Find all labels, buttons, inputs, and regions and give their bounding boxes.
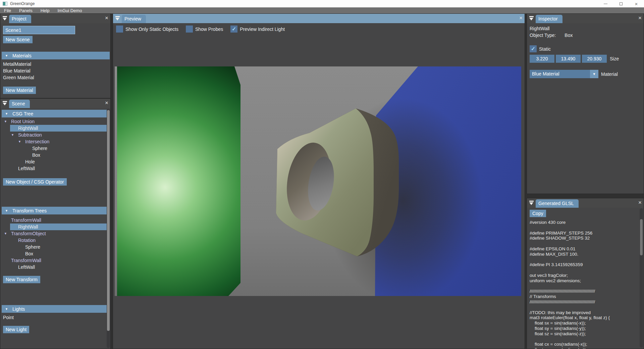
code-line: float cx = cos(radians(-x)); <box>530 342 637 347</box>
transform-trees-header[interactable]: ▼ Transform Trees <box>2 207 107 214</box>
close-button[interactable]: × <box>629 0 644 7</box>
materials-list: MetalMaterialBlue MaterialGreen Material <box>0 61 108 81</box>
tree-item-transformwall[interactable]: TransformWall <box>0 217 107 223</box>
scrollbar-thumb[interactable] <box>640 219 643 255</box>
csg-tree-header[interactable]: ▼ CSG Tree <box>2 110 107 117</box>
lights-list: Point <box>0 314 106 321</box>
tab-preview[interactable]: Preview <box>122 15 146 23</box>
scene-name-input[interactable] <box>3 26 75 34</box>
tree-item-root-union[interactable]: ▼Root Union <box>0 118 107 125</box>
checkmark-icon: ✓ <box>531 46 535 52</box>
material-combo[interactable]: Blue Material ▼ <box>530 70 598 78</box>
dock-area: Project × New Scene ▼ Materials MetalMat… <box>0 13 644 349</box>
tree-item-box[interactable]: Box <box>0 152 107 158</box>
static-checkbox[interactable]: ✓ <box>530 45 537 52</box>
glsl-titlebar: Generated GLSL × <box>527 198 644 208</box>
scrollbar-thumb[interactable] <box>107 110 110 331</box>
copy-button[interactable]: Copy <box>530 210 546 217</box>
tree-item-rightwall[interactable]: RightWall <box>0 125 107 132</box>
tree-item-intersection[interactable]: ▼Intersection <box>0 138 107 145</box>
close-icon[interactable]: × <box>105 100 108 106</box>
checkbox-show-probes[interactable]: Show Probes <box>186 26 223 33</box>
new-light-button[interactable]: New Light <box>3 326 29 333</box>
close-icon[interactable]: × <box>519 15 523 21</box>
collapse-icon[interactable] <box>529 201 534 205</box>
code-line: float sy = sin(radians(-y)); <box>530 326 637 331</box>
tab-inspector[interactable]: Inspector <box>536 15 562 23</box>
inspector-titlebar: Inspector × <box>527 14 644 23</box>
restore-icon <box>620 2 623 5</box>
close-icon[interactable]: × <box>638 199 642 206</box>
glsl-panel: Generated GLSL × Copy #version 430 core … <box>527 198 644 349</box>
chevron-down-icon: ▼ <box>4 118 7 125</box>
menu-item-help[interactable]: Help <box>37 7 54 13</box>
static-label: Static <box>539 46 551 52</box>
materials-header[interactable]: ▼ Materials <box>2 52 110 59</box>
chevron-down-icon[interactable]: ▼ <box>590 70 598 78</box>
lights-header[interactable]: ▼ Lights <box>2 305 107 313</box>
scene-titlebar: Scene × <box>0 99 110 108</box>
code-line: ////////////////////////////////////////… <box>530 299 637 305</box>
collapse-icon[interactable] <box>3 16 7 21</box>
restore-button[interactable] <box>613 0 629 7</box>
light-item[interactable]: Point <box>0 314 106 321</box>
material-item[interactable]: Blue Material <box>0 67 108 74</box>
tree-item-rightwall[interactable]: RightWall <box>0 223 107 230</box>
menubar: FilePanelsHelpImGui Demo <box>0 7 644 13</box>
tree-item-leftwall[interactable]: LeftWall <box>0 264 107 270</box>
size-x-field[interactable]: 3.220 <box>530 55 554 63</box>
code-line <box>530 305 637 310</box>
chevron-down-icon: ▼ <box>18 138 21 145</box>
minimize-button[interactable] <box>598 0 613 7</box>
new-transform-button[interactable]: New Transform <box>3 276 40 283</box>
object-name: RightWall <box>530 26 549 31</box>
preview-titlebar: Preview × <box>113 14 525 23</box>
new-object-button[interactable]: New Object / CSG Operator <box>3 178 67 186</box>
tree-item-subtraction[interactable]: ▼Subtraction <box>0 132 107 138</box>
close-icon[interactable]: × <box>105 15 108 21</box>
new-scene-button[interactable]: New Scene <box>3 36 33 43</box>
code-line: #define SHADOW_STEPS 32 <box>530 236 637 241</box>
collapse-icon[interactable] <box>3 101 7 106</box>
code-line: //TODO: this may be improved <box>530 310 637 315</box>
tab-project[interactable]: Project <box>9 15 31 23</box>
tree-item-sphere[interactable]: Sphere <box>0 145 107 152</box>
code-line: #define MAX_DIST 100. <box>530 252 637 257</box>
collapse-icon[interactable] <box>115 16 120 21</box>
close-icon: × <box>635 1 638 6</box>
size-z-field[interactable]: 20.930 <box>582 55 607 63</box>
code-line: float cy = cos(radians(-y)); <box>530 347 637 349</box>
tree-item-hole[interactable]: Hole <box>0 158 107 165</box>
checkbox-box[interactable] <box>186 26 193 33</box>
tab-generated-glsl[interactable]: Generated GLSL <box>536 199 579 208</box>
viewport-3d[interactable] <box>115 66 521 296</box>
tree-item-box[interactable]: Box <box>0 250 107 257</box>
new-material-button[interactable]: New Material <box>3 87 36 94</box>
tree-item-transformobject[interactable]: ▼TransformObject <box>0 230 107 237</box>
menu-item-file[interactable]: File <box>0 7 15 13</box>
scrollbar-track[interactable] <box>107 109 110 348</box>
checkbox-box[interactable] <box>116 26 123 33</box>
tree-item-sphere[interactable]: Sphere <box>0 244 107 250</box>
close-icon[interactable]: × <box>638 15 642 21</box>
checkbox-preview-indirect-light[interactable]: ✓Preview Indirect Light <box>230 26 285 33</box>
preview-options-row: Show Only Static ObjectsShow Probes✓Prev… <box>116 26 285 33</box>
scrollbar-track[interactable] <box>640 208 643 348</box>
scene-panel: Scene × ▼ CSG Tree ▼Root UnionRightWall▼… <box>0 98 111 349</box>
material-item[interactable]: MetalMaterial <box>0 61 108 67</box>
menu-item-imgui-demo[interactable]: ImGui Demo <box>53 7 86 13</box>
collapse-icon[interactable] <box>529 16 534 21</box>
tree-item-transformwall[interactable]: TransformWall <box>0 257 107 264</box>
material-item[interactable]: Green Material <box>0 74 108 81</box>
checkbox-box[interactable]: ✓ <box>230 26 237 33</box>
checkmark-icon: ✓ <box>232 26 236 32</box>
tree-item-leftwall[interactable]: LeftWall <box>0 165 107 172</box>
tree-item-rotation[interactable]: Rotation <box>0 237 107 244</box>
checkbox-label: Show Only Static Objects <box>125 27 178 32</box>
menu-item-panels[interactable]: Panels <box>15 7 37 13</box>
tab-scene[interactable]: Scene <box>9 100 30 108</box>
checkbox-show-only-static-objects[interactable]: Show Only Static Objects <box>116 26 178 33</box>
chevron-down-icon: ▼ <box>11 132 14 138</box>
size-y-field[interactable]: 13.490 <box>556 55 581 63</box>
green-wall <box>117 66 240 296</box>
